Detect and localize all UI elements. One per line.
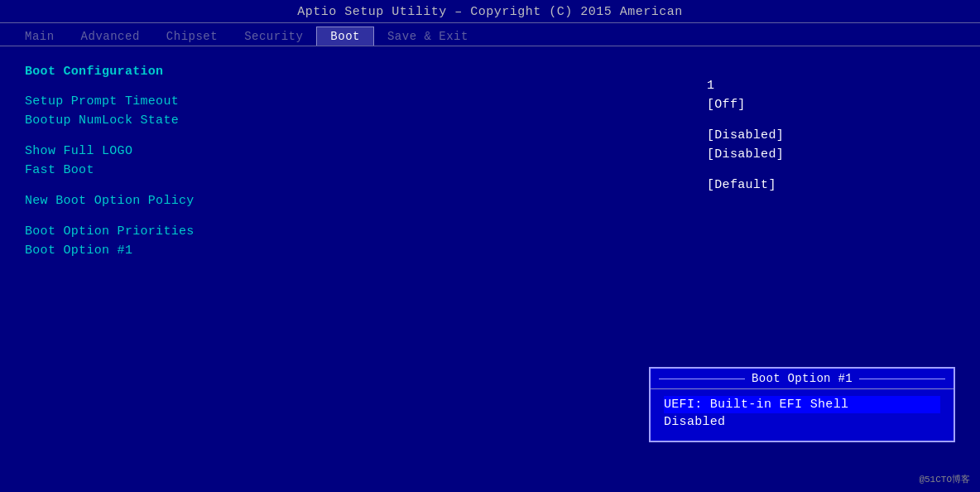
title-text: Aptio Setup Utility – Copyright (C) 2015… [297,5,683,19]
list-item[interactable]: New Boot Option Policy [25,191,682,210]
value-prompt-timeout: 1 [707,76,963,95]
watermark: @51CTO博客 [919,473,970,485]
value-new-boot-option-policy: [Default] [707,176,963,195]
popup-title-bar: Boot Option #1 [651,369,954,389]
value-text-new-boot-option-policy: [Default] [707,178,776,192]
popup-item-uefi[interactable]: UEFI: Built-in EFI Shell [664,396,940,413]
item-label-prompt-timeout: Setup Prompt Timeout [25,94,290,109]
item-label-boot-option-priorities: Boot Option Priorities [25,224,290,239]
item-label-boot-option-1: Boot Option #1 [25,244,290,258]
value-text-numlock-state: [Off] [707,98,746,112]
tab-save-exit[interactable]: Save & Exit [374,27,482,46]
list-item[interactable]: Setup Prompt Timeout [25,92,682,111]
tab-advanced[interactable]: Advanced [68,27,153,46]
value-show-full-logo: [Disabled] [707,126,963,145]
popup-title-line-left [659,379,745,379]
list-item: Boot Option Priorities [25,222,682,241]
tab-chipset[interactable]: Chipset [153,27,231,46]
tab-security[interactable]: Security [231,27,316,46]
left-panel: Boot Configuration Setup Prompt Timeout … [0,55,699,492]
popup-title-line-right [859,379,945,379]
value-text-show-full-logo: [Disabled] [707,128,784,142]
item-label-numlock-state: Bootup NumLock State [25,113,290,128]
list-item[interactable]: Show Full LOGO [25,142,682,161]
list-item[interactable]: Fast Boot [25,161,682,180]
popup-content: UEFI: Built-in EFI Shell Disabled [651,389,954,441]
value-text-prompt-timeout: 1 [707,79,714,93]
value-text-fast-boot: [Disabled] [707,147,784,162]
tab-boot[interactable]: Boot [316,27,374,46]
popup-item-disabled[interactable]: Disabled [664,413,940,431]
title-bar: Aptio Setup Utility – Copyright (C) 2015… [0,0,980,23]
item-label-show-full-logo: Show Full LOGO [25,144,290,158]
item-label-fast-boot: Fast Boot [25,163,290,177]
item-label-new-boot-option-policy: New Boot Option Policy [25,194,290,208]
popup-title-text: Boot Option #1 [745,372,859,385]
boot-option-popup[interactable]: Boot Option #1 UEFI: Built-in EFI Shell … [649,367,955,442]
menu-tabs: Main Advanced Chipset Security Boot Save… [0,23,980,46]
section-header: Boot Configuration [25,61,682,80]
bios-screen: Aptio Setup Utility – Copyright (C) 2015… [0,0,980,492]
value-numlock-state: [Off] [707,95,963,114]
list-item[interactable]: Boot Option #1 [25,241,682,260]
list-item[interactable]: Bootup NumLock State [25,111,682,130]
tab-main[interactable]: Main [12,27,68,46]
value-fast-boot: [Disabled] [707,145,963,164]
